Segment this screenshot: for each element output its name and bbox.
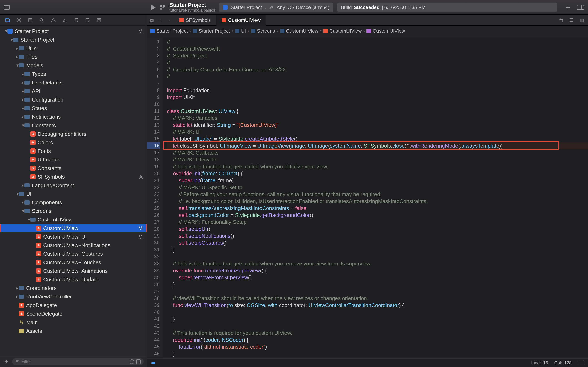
folder-icon xyxy=(19,46,24,50)
tree-folder[interactable]: ▼Constants xyxy=(0,121,147,130)
svg-point-0 xyxy=(160,5,162,7)
tree-file[interactable]: SceneDelegate xyxy=(0,309,147,318)
jumpbar-segment[interactable]: CustomUIView xyxy=(323,28,362,34)
tree-folder[interactable]: ▸Configuration xyxy=(0,95,147,104)
tree-folder[interactable]: ▸LanguageContent xyxy=(0,181,147,190)
editor-tab[interactable]: SFSymbols xyxy=(174,15,216,26)
jumpbar-segment[interactable]: Starter Project xyxy=(192,28,230,34)
tree-folder[interactable]: ▸Notifications xyxy=(0,113,147,121)
tree-file[interactable]: Constants xyxy=(0,164,147,173)
filter-input[interactable] xyxy=(21,359,128,364)
tree-file[interactable]: CustomUIView+Update xyxy=(0,275,147,284)
toggle-left-panel-icon[interactable] xyxy=(4,5,10,9)
report-navigator-tab[interactable] xyxy=(96,17,102,23)
tab-bar: ▦ ‹ › SFSymbolsCustomUIView ⇆ ☰ ▥ xyxy=(147,15,588,26)
tree-file[interactable]: ✎Main xyxy=(0,318,147,327)
issue-navigator-tab[interactable] xyxy=(50,17,56,23)
editor-tab[interactable]: CustomUIView xyxy=(216,15,266,26)
debug-bar-indicator[interactable] xyxy=(151,361,156,365)
tree-file[interactable]: CustomUIViewM xyxy=(0,224,147,233)
add-editor-icon[interactable]: ▥ xyxy=(579,17,585,23)
jumpbar-fold-icon xyxy=(251,29,255,33)
swift-file-icon xyxy=(36,251,41,257)
tree-file[interactable]: AppDelegate xyxy=(0,301,147,309)
tree-folder[interactable]: ▸Types xyxy=(0,70,147,78)
tree-file[interactable]: UIImages xyxy=(0,155,147,164)
jumpbar-label: CustomUIView xyxy=(329,28,362,34)
recent-filter-icon[interactable] xyxy=(130,359,134,364)
toggle-canvas-icon[interactable]: ⇆ xyxy=(558,17,564,23)
tree-folder[interactable]: ▸UserDefaults xyxy=(0,78,147,87)
git-branch-icon[interactable] xyxy=(160,4,165,10)
chevron-right-icon: › xyxy=(320,28,321,34)
cursor-line-label: Line: xyxy=(531,360,541,366)
jumpbar-segment[interactable]: UI xyxy=(235,28,246,34)
folder-icon xyxy=(25,81,30,85)
adjust-editor-options-icon[interactable]: ☰ xyxy=(568,17,575,23)
tree-folder[interactable]: ▼UI xyxy=(0,190,147,198)
tree-file[interactable]: DebuggingIdentifiers xyxy=(0,130,147,138)
jumpbar-segment[interactable]: Screens xyxy=(251,28,275,34)
tree-file[interactable]: CustomUIView+UIM xyxy=(0,233,147,241)
jumpbar-segment[interactable]: Starter Project xyxy=(150,28,188,34)
symbol-navigator-tab[interactable] xyxy=(27,17,34,23)
jump-bar[interactable]: Starter Project›Starter Project›UI›Scree… xyxy=(147,26,588,36)
swift-file-icon xyxy=(36,225,41,231)
tree-folder[interactable]: ▸Files xyxy=(0,53,147,61)
tree-folder[interactable]: ▼Starter Project xyxy=(0,35,147,44)
tree-file[interactable]: Fonts xyxy=(0,147,147,155)
plus-icon[interactable] xyxy=(565,4,571,10)
scm-filter-icon[interactable] xyxy=(136,359,141,364)
nav-forward-button[interactable]: › xyxy=(165,17,174,23)
line-gutter[interactable]: 1234567891011121314151617181920212223242… xyxy=(147,36,163,359)
tree-item-label: CustomUIView+Touches xyxy=(43,259,101,266)
status-prefix: Build xyxy=(341,4,352,10)
jumpbar-segment[interactable]: CustomUIView xyxy=(366,28,405,34)
cursor-col-value: 128 xyxy=(564,360,572,366)
tree-folder[interactable]: ▸RootViewController xyxy=(0,292,147,301)
minimap-toggle-icon[interactable] xyxy=(578,361,584,365)
tree-folder[interactable]: ▸States xyxy=(0,104,147,113)
swift-file-icon xyxy=(30,157,35,162)
tree-item-label: Types xyxy=(32,71,46,77)
build-status[interactable]: Build Succeeded | 6/16/23 at 1:35 PM xyxy=(337,3,557,12)
tree-folder[interactable]: ▸Coordinators xyxy=(0,284,147,292)
debug-navigator-tab[interactable] xyxy=(73,17,79,23)
tree-folder[interactable]: ▼Starter ProjectM xyxy=(0,27,147,35)
tree-folder[interactable]: ▸Components xyxy=(0,198,147,207)
tree-file[interactable]: CustomUIView+Touches xyxy=(0,258,147,267)
tree-file[interactable]: Assets xyxy=(0,327,147,335)
tree-file[interactable]: SFSymbolsA xyxy=(0,173,147,181)
project-navigator-tab[interactable] xyxy=(4,17,11,23)
tree-folder[interactable]: ▼Models xyxy=(0,61,147,70)
source-control-navigator-tab[interactable] xyxy=(16,17,22,23)
tree-folder[interactable]: ▼Screens xyxy=(0,207,147,215)
add-file-button[interactable]: ＋ xyxy=(3,358,9,366)
related-items-button[interactable]: ▦ xyxy=(147,17,156,23)
swift-file-icon xyxy=(19,303,24,308)
jumpbar-segment[interactable]: CustomUIView xyxy=(280,28,318,34)
tree-folder[interactable]: ▸Utils xyxy=(0,44,147,53)
tree-file[interactable]: Colors xyxy=(0,138,147,147)
jumpbar-proj-icon xyxy=(150,29,155,33)
tree-file[interactable]: CustomUIView+Animations xyxy=(0,267,147,275)
filter-field[interactable] xyxy=(12,358,144,365)
run-button[interactable] xyxy=(151,4,156,10)
code-editor[interactable]: 1234567891011121314151617181920212223242… xyxy=(147,36,588,359)
breakpoint-navigator-tab[interactable] xyxy=(85,17,91,23)
filter-lines-icon xyxy=(15,360,19,364)
find-navigator-tab[interactable] xyxy=(39,17,45,23)
tree-file[interactable]: CustomUIView+Notifications xyxy=(0,241,147,250)
scheme-selector[interactable]: Starter Project › Any iOS Device (arm64) xyxy=(219,3,333,12)
file-tree[interactable]: ▼Starter ProjectM▼Starter Project▸Utils▸… xyxy=(0,26,147,356)
tree-item-label: Colors xyxy=(38,140,53,146)
tree-folder[interactable]: ▼CustomUIView xyxy=(0,215,147,224)
test-navigator-tab[interactable] xyxy=(62,17,68,23)
tree-item-label: Notifications xyxy=(32,114,61,120)
tree-folder[interactable]: ▸API xyxy=(0,87,147,95)
toggle-right-panel-icon[interactable] xyxy=(577,5,584,10)
nav-back-button[interactable]: ‹ xyxy=(156,17,165,23)
tree-file[interactable]: CustomUIView+Gestures xyxy=(0,250,147,258)
jumpbar-label: CustomUIView xyxy=(373,28,405,34)
code-content[interactable]: //// CustomUIView.swift// Starter Projec… xyxy=(163,36,588,359)
